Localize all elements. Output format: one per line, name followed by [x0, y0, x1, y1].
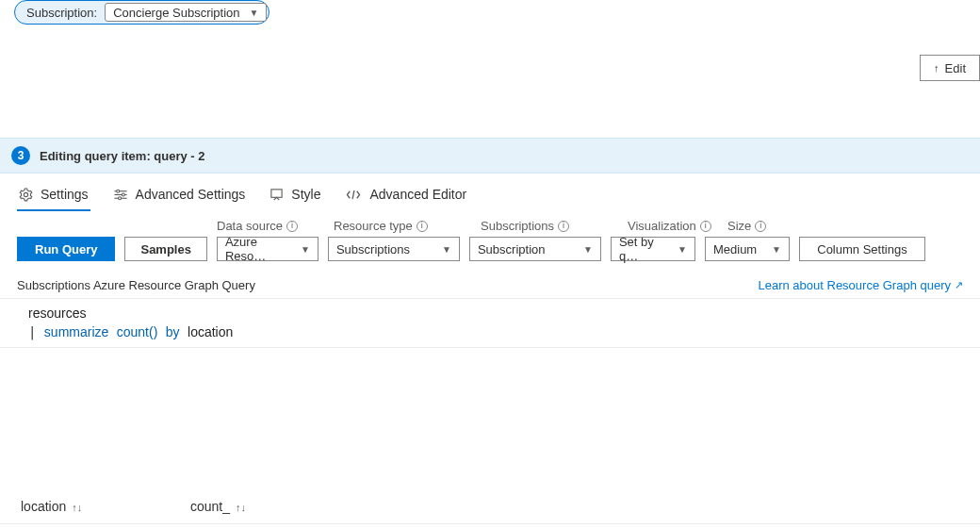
- resource-type-dropdown[interactable]: Subscriptions▼: [328, 237, 460, 261]
- tab-advanced-editor[interactable]: Advanced Editor: [343, 181, 468, 211]
- chevron-down-icon: ▼: [301, 244, 310, 255]
- data-source-dropdown[interactable]: Azure Reso…▼: [217, 237, 318, 261]
- results-header-row: location↑↓ count_↑↓: [0, 489, 980, 524]
- tab-style-label: Style: [291, 187, 320, 202]
- subscription-filter-pill: Subscription: Concierge Subscription ▼: [14, 0, 270, 25]
- svg-point-3: [116, 190, 119, 192]
- chevron-down-icon: ▼: [583, 244, 593, 255]
- controls-row: Run Query Samples Azure Reso…▼ Subscript…: [17, 237, 963, 261]
- label-size: Sizei: [727, 219, 803, 233]
- tab-style[interactable]: Style: [268, 181, 322, 211]
- tab-advanced-editor-label: Advanced Editor: [369, 187, 466, 202]
- banner-prefix: Editing query item:: [40, 149, 154, 163]
- label-subscriptions: Subscriptionsi: [481, 219, 612, 233]
- gear-icon: [19, 188, 33, 202]
- chevron-down-icon: ▼: [772, 244, 781, 255]
- info-icon[interactable]: i: [755, 221, 766, 232]
- cell-count: 1: [170, 524, 274, 529]
- sort-icon: ↑↓: [236, 502, 246, 513]
- results-table: location↑↓ count_↑↓ northeurope 1 koreas…: [0, 489, 980, 529]
- info-icon[interactable]: i: [416, 221, 428, 232]
- step-badge: 3: [11, 146, 30, 165]
- sliders-icon: [113, 188, 128, 202]
- label-visualization: Visualizationi: [628, 219, 712, 233]
- chevron-down-icon: ▼: [250, 8, 259, 18]
- spacer: [0, 348, 980, 489]
- style-icon: [270, 188, 284, 202]
- label-data-source: Data sourcei: [217, 219, 318, 233]
- editing-banner: 3 Editing query item: query - 2: [0, 138, 980, 174]
- query-editor[interactable]: resources | summarize count() by locatio…: [0, 299, 980, 348]
- query-subheader-text: Subscriptions Azure Resource Graph Query: [17, 278, 255, 292]
- info-icon[interactable]: i: [700, 221, 711, 232]
- subscription-value: Concierge Subscription: [113, 6, 239, 20]
- arrow-up-icon: ↑: [934, 62, 939, 74]
- learn-link[interactable]: Learn about Resource Graph query ↗: [758, 278, 963, 292]
- size-dropdown[interactable]: Medium▼: [705, 237, 790, 261]
- tab-settings[interactable]: Settings: [17, 181, 90, 211]
- col-header-spacer: [274, 489, 980, 524]
- banner-text: Editing query item: query - 2: [40, 149, 205, 163]
- query-subheader: Subscriptions Azure Resource Graph Query…: [0, 273, 980, 299]
- controls-labels-row: Data sourcei Resource typei Subscription…: [217, 219, 963, 233]
- tab-settings-label: Settings: [41, 187, 89, 202]
- subscriptions-dropdown[interactable]: Subscription▼: [469, 237, 601, 261]
- tab-advanced-settings[interactable]: Advanced Settings: [111, 181, 248, 211]
- sort-icon: ↑↓: [72, 502, 82, 513]
- edit-button-label: Edit: [945, 61, 966, 75]
- tabs-bar: Settings Advanced Settings Style Advance…: [0, 174, 980, 211]
- table-row[interactable]: northeurope 1: [0, 524, 980, 529]
- col-header-count[interactable]: count_↑↓: [170, 489, 274, 524]
- info-icon[interactable]: i: [558, 221, 569, 232]
- subscription-dropdown[interactable]: Concierge Subscription ▼: [105, 3, 267, 22]
- cell-location: northeurope: [0, 524, 170, 529]
- column-settings-button[interactable]: Column Settings: [799, 237, 925, 261]
- code-icon: [345, 188, 362, 202]
- col-header-location[interactable]: location↑↓: [0, 489, 170, 524]
- label-resource-type: Resource typei: [334, 219, 466, 233]
- visualization-dropdown[interactable]: Set by q…▼: [611, 237, 695, 261]
- svg-rect-6: [271, 189, 282, 196]
- edit-button-container: ↑ Edit: [920, 55, 980, 81]
- banner-name: query: [154, 149, 187, 163]
- tab-advanced-settings-label: Advanced Settings: [136, 187, 246, 202]
- controls-section: Data sourcei Resource typei Subscription…: [0, 211, 980, 273]
- external-link-icon: ↗: [955, 279, 963, 291]
- learn-link-label: Learn about Resource Graph query: [758, 278, 951, 292]
- svg-point-5: [118, 196, 121, 199]
- svg-point-4: [122, 193, 124, 196]
- banner-suffix: - 2: [188, 149, 205, 163]
- chevron-down-icon: ▼: [678, 244, 687, 255]
- info-icon[interactable]: i: [286, 221, 298, 232]
- samples-button[interactable]: Samples: [124, 237, 206, 261]
- edit-button[interactable]: ↑ Edit: [920, 55, 980, 81]
- run-query-button[interactable]: Run Query: [17, 237, 115, 261]
- subscription-label: Subscription:: [26, 6, 97, 20]
- chevron-down-icon: ▼: [442, 244, 451, 255]
